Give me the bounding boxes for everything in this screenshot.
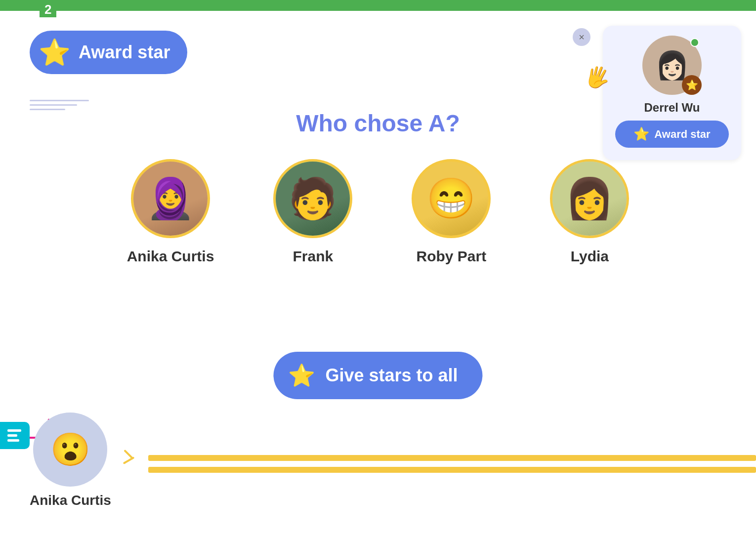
close-button[interactable]: ×: [573, 28, 590, 46]
svg-rect-0: [7, 429, 21, 432]
student-card-frank: 🧑 Frank: [273, 159, 352, 265]
teal-icon: [7, 429, 22, 442]
teacher-name: Derrel Wu: [644, 101, 700, 115]
award-star-icon: ⭐: [39, 40, 71, 65]
student-card-roby: 😁 Roby Part: [412, 159, 491, 265]
give-stars-star-icon: ⭐: [288, 363, 315, 388]
avatar-roby: 😁: [412, 159, 491, 238]
deco-line-2: [30, 104, 77, 106]
student-name-lydia: Lydia: [571, 248, 609, 265]
award-star-header: ⭐ Award star: [30, 31, 187, 74]
give-stars-label: Give stars to all: [325, 365, 458, 386]
main-content: ⭐ Award star Who chose A? 🧕 Anika Curtis…: [0, 11, 756, 538]
teacher-avatar-emoji: 👩🏻: [655, 49, 689, 82]
close-icon: ×: [579, 32, 585, 43]
yellow-ray-2: [123, 456, 135, 464]
teacher-avatar-container: 👩🏻 ⭐: [642, 36, 702, 95]
student-card-anika: 🧕 Anika Curtis: [127, 159, 214, 265]
avatar-lydia: 👩: [550, 159, 629, 238]
svg-rect-2: [7, 439, 19, 442]
teacher-panel: 👩🏻 ⭐ Derrel Wu ⭐ Award star: [603, 26, 741, 160]
student-name-anika: Anika Curtis: [127, 248, 214, 265]
avatar-anika: 🧕: [131, 159, 210, 238]
student-name-roby: Roby Part: [417, 248, 487, 265]
svg-rect-1: [7, 434, 17, 437]
award-star-teacher-button[interactable]: ⭐ Award star: [615, 121, 729, 148]
bottom-student: 😮 Anika Curtis: [30, 413, 111, 508]
yellow-line-1: [148, 455, 756, 461]
teacher-btn-star-icon: ⭐: [633, 126, 649, 142]
teacher-btn-label: Award star: [654, 128, 710, 141]
online-indicator: [690, 38, 699, 47]
yellow-line-2: [148, 467, 756, 473]
student-name-frank: Frank: [293, 248, 334, 265]
give-stars-button[interactable]: ⭐ Give stars to all: [273, 352, 482, 399]
deco-line-1: [30, 100, 89, 101]
teacher-badge-icon: ⭐: [682, 75, 702, 95]
bottom-student-name: Anika Curtis: [30, 493, 111, 508]
step-number: 2: [40, 2, 56, 17]
yellow-progress-lines: [148, 455, 756, 479]
teal-decoration: [0, 422, 30, 449]
yellow-spark: [123, 454, 135, 461]
bottom-avatar: 😮: [33, 413, 107, 487]
top-progress-bar: [0, 0, 756, 11]
badge-star-emoji: ⭐: [686, 79, 698, 91]
award-star-label: Award star: [79, 42, 170, 63]
avatar-frank: 🧑: [273, 159, 352, 238]
students-grid: 🧕 Anika Curtis 🧑 Frank 😁 Roby Part 👩 Lyd…: [0, 159, 756, 265]
student-card-lydia: 👩 Lydia: [550, 159, 629, 265]
bottom-avatar-emoji: 😮: [50, 431, 90, 468]
